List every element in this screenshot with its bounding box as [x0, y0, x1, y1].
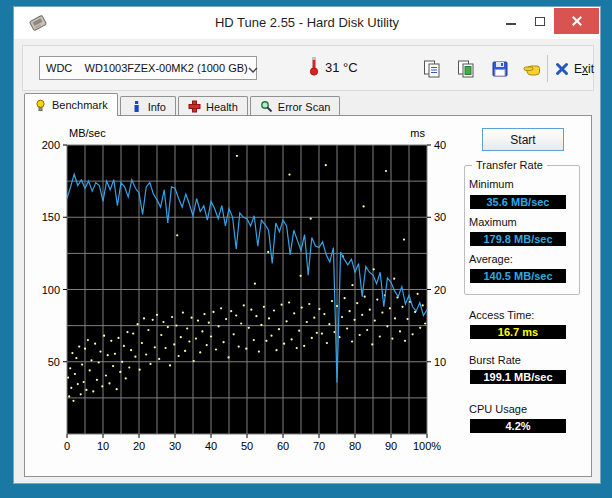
svg-text:90: 90 — [385, 440, 397, 452]
svg-text:40: 40 — [434, 139, 446, 151]
svg-text:40: 40 — [205, 440, 217, 452]
hand-tool-icon — [523, 60, 542, 78]
svg-text:20: 20 — [133, 440, 145, 452]
benchmark-page: 2001501005040302010010203040506070809010… — [24, 115, 592, 477]
svg-text:30: 30 — [169, 440, 181, 452]
benchmark-chart: 2001501005040302010010203040506070809010… — [27, 116, 459, 456]
svg-text:100%: 100% — [413, 440, 441, 452]
svg-text:50: 50 — [241, 440, 253, 452]
tab-health[interactable]: Health — [178, 96, 248, 116]
magnifier-icon — [260, 100, 273, 113]
tab-bar: Benchmark Info Health Err — [24, 93, 342, 116]
tab-benchmark[interactable]: Benchmark — [24, 93, 118, 116]
toolbar-separator — [547, 55, 548, 82]
minimum-label: Minimum — [469, 178, 514, 190]
temperature-value: 31 °C — [325, 60, 358, 75]
exit-label: Exit — [574, 62, 594, 76]
average-label: Average: — [469, 253, 513, 265]
minimum-value: 35.6 MB/sec — [470, 195, 566, 209]
svg-text:10: 10 — [97, 440, 109, 452]
svg-text:60: 60 — [277, 440, 289, 452]
exit-button[interactable]: Exit — [555, 55, 594, 83]
close-button[interactable] — [554, 8, 599, 34]
start-button[interactable]: Start — [482, 128, 564, 151]
drive-select-value: WDC WD1003FZEX-00MK2 (1000 GB) — [40, 62, 248, 74]
info-icon — [130, 100, 143, 113]
benchmark-chart-svg: 2001501005040302010010203040506070809010… — [27, 116, 459, 456]
svg-text:70: 70 — [313, 440, 325, 452]
access-time-label: Access Time: — [469, 309, 534, 321]
close-icon — [571, 15, 583, 27]
access-time-value: 16.7 ms — [470, 325, 566, 339]
burst-rate-label: Burst Rate — [469, 354, 521, 366]
svg-text:20: 20 — [434, 284, 446, 296]
minimize-icon — [506, 23, 516, 25]
drive-select-dropdown[interactable]: WDC WD1003FZEX-00MK2 (1000 GB) — [39, 56, 257, 80]
svg-text:30: 30 — [434, 211, 446, 223]
copy-image-button[interactable] — [452, 55, 480, 83]
app-window: HD Tune 2.55 - Hard Disk Utility WDC WD1… — [13, 6, 601, 484]
svg-text:MB/sec: MB/sec — [69, 127, 106, 139]
svg-text:ms: ms — [410, 127, 425, 139]
maximize-button[interactable] — [525, 8, 554, 34]
maximum-value: 179.8 MB/sec — [470, 232, 566, 246]
svg-text:50: 50 — [48, 356, 60, 368]
save-button[interactable] — [486, 55, 514, 83]
average-value: 140.5 MB/sec — [470, 269, 566, 283]
copy-text-button[interactable] — [418, 55, 446, 83]
maximize-icon — [535, 17, 545, 26]
lightbulb-icon — [34, 99, 47, 112]
cpu-usage-label: CPU Usage — [469, 403, 527, 415]
svg-text:10: 10 — [434, 356, 446, 368]
burst-rate-value: 199.1 MB/sec — [470, 370, 566, 384]
maximum-label: Maximum — [469, 216, 517, 228]
options-button[interactable] — [518, 55, 546, 83]
svg-text:200: 200 — [42, 139, 60, 151]
svg-text:80: 80 — [349, 440, 361, 452]
tab-error-scan[interactable]: Error Scan — [250, 96, 341, 116]
toolbar: WDC WD1003FZEX-00MK2 (1000 GB) 31 °C — [22, 45, 594, 91]
copy-text-icon — [423, 60, 441, 78]
svg-text:0: 0 — [64, 440, 70, 452]
thermometer-icon — [309, 54, 319, 80]
transfer-rate-title: Transfer Rate — [472, 159, 547, 171]
cpu-usage-value: 4.2% — [470, 419, 566, 433]
chevron-down-icon — [248, 59, 258, 77]
svg-text:150: 150 — [42, 211, 60, 223]
copy-image-icon — [457, 60, 475, 78]
minimize-button[interactable] — [496, 8, 525, 34]
exit-x-icon — [555, 62, 569, 76]
tab-info[interactable]: Info — [120, 96, 176, 116]
save-icon — [491, 60, 509, 78]
health-cross-icon — [188, 100, 201, 113]
svg-text:100: 100 — [42, 284, 60, 296]
titlebar[interactable]: HD Tune 2.55 - Hard Disk Utility — [14, 7, 600, 39]
desktop-background: HD Tune 2.55 - Hard Disk Utility WDC WD1… — [0, 0, 612, 498]
